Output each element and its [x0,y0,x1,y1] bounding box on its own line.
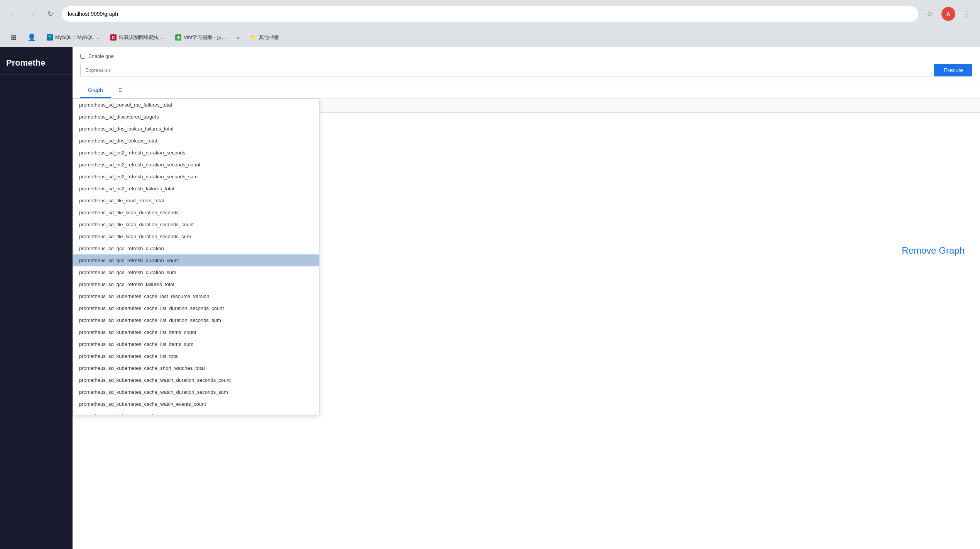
autocomplete-item[interactable]: prometheus_sd_kubernetes_cache_watch_dur… [73,374,319,386]
sidebar-logo: Promethe [0,47,73,75]
tabs-row: Graph C [73,83,980,98]
bookmark-more[interactable]: » [232,33,244,42]
remove-graph-button[interactable]: Remove Graph [902,245,965,256]
autocomplete-item[interactable]: prometheus_sd_kubernetes_cache_last_reso… [73,290,319,302]
tab-console[interactable]: C [111,83,130,98]
execute-button[interactable]: Execute [934,64,972,76]
address-bar[interactable] [62,6,918,22]
profile-icon[interactable]: A [941,7,955,21]
autocomplete-item[interactable]: prometheus_sd_gce_refresh_duration_count [73,254,319,266]
autocomplete-item[interactable]: prometheus_sd_kubernetes_cache_watch_eve… [73,410,319,415]
forward-button[interactable]: → [25,7,39,21]
tab-graph[interactable]: Graph [80,83,111,98]
expression-row: Execute [80,64,972,76]
autocomplete-item[interactable]: prometheus_sd_file_read_errors_total [73,195,319,207]
autocomplete-item[interactable]: prometheus_sd_kubernetes_cache_list_item… [73,338,319,350]
bookmark-other[interactable]: 📁 其他书签 [246,32,284,42]
autocomplete-item[interactable]: prometheus_sd_ec2_refresh_duration_secon… [73,159,319,171]
autocomplete-item[interactable]: prometheus_sd_gce_refresh_duration [73,242,319,254]
enable-query-label: Enable que [88,53,114,59]
autocomplete-item[interactable]: prometheus_sd_dns_lookup_failures_total [73,123,319,135]
reload-button[interactable]: ↻ [43,7,57,21]
enable-query-row: Enable que [80,53,972,59]
autocomplete-item[interactable]: prometheus_sd_gce_refresh_duration_sum [73,266,319,278]
menu-icon[interactable]: ⋮ [960,7,974,21]
autocomplete-item[interactable]: prometheus_sd_gce_refresh_failures_total [73,278,319,290]
autocomplete-item[interactable]: prometheus_sd_dns_lookups_total [73,135,319,147]
bookmarks-bar: ⊞ 👤 🐬 MySQL :: MySQL ... C 转载识别网络爬虫 ... … [0,28,980,47]
autocomplete-item[interactable]: prometheus_sd_discovered_targets [73,111,319,123]
content-area: Element Value no data Remove Graph Add G… [73,98,980,549]
autocomplete-item[interactable]: prometheus_sd_file_scan_duration_seconds… [73,230,319,242]
autocomplete-dropdown: prometheus_sd_consul_rpc_failures_totalp… [73,98,319,415]
autocomplete-item[interactable]: prometheus_sd_kubernetes_cache_watch_eve… [73,398,319,410]
browser-icons: ☆ A ⋮ [923,7,974,21]
bookmark-mysql[interactable]: 🐬 MySQL :: MySQL ... [42,33,104,42]
autocomplete-item[interactable]: prometheus_sd_kubernetes_cache_list_dura… [73,314,319,326]
browser-chrome: ← → ↻ ☆ A ⋮ ⊞ 👤 🐬 MySQL :: MySQL ... C 转… [0,0,980,47]
main-area: Enable que Execute Graph C [73,47,980,549]
autocomplete-item[interactable]: prometheus_sd_consul_rpc_failures_total [73,99,319,111]
apps-icon[interactable]: ⊞ [6,32,21,43]
autocomplete-item[interactable]: prometheus_sd_ec2_refresh_failures_total [73,183,319,195]
bookmarks-person-icon[interactable]: 👤 [23,32,41,43]
enable-query-checkbox[interactable] [80,54,85,59]
autocomplete-item[interactable]: prometheus_sd_ec2_refresh_duration_secon… [73,171,319,183]
top-controls: Enable que Execute [73,47,980,83]
back-button[interactable]: ← [6,7,20,21]
autocomplete-item[interactable]: prometheus_sd_kubernetes_cache_short_wat… [73,362,319,374]
bookmark-vim[interactable]: ◆ Vim学习指南 - 技... [171,32,231,42]
page-content: Promethe Enable que Execute Graph [0,47,980,549]
autocomplete-item[interactable]: prometheus_sd_kubernetes_cache_list_item… [73,326,319,338]
sidebar: Promethe [0,47,73,549]
autocomplete-item[interactable]: prometheus_sd_file_scan_duration_seconds [73,207,319,219]
bookmark-crawl[interactable]: C 转载识别网络爬虫 ... [106,32,169,42]
autocomplete-item[interactable]: prometheus_sd_file_scan_duration_seconds… [73,219,319,230]
autocomplete-item[interactable]: prometheus_sd_kubernetes_cache_watch_dur… [73,386,319,398]
expression-input[interactable] [80,64,934,76]
autocomplete-item[interactable]: prometheus_sd_kubernetes_cache_list_tota… [73,350,319,362]
browser-toolbar: ← → ↻ ☆ A ⋮ [0,0,980,28]
star-icon[interactable]: ☆ [923,7,937,21]
autocomplete-item[interactable]: prometheus_sd_kubernetes_cache_list_dura… [73,302,319,314]
autocomplete-item[interactable]: prometheus_sd_ec2_refresh_duration_secon… [73,147,319,159]
